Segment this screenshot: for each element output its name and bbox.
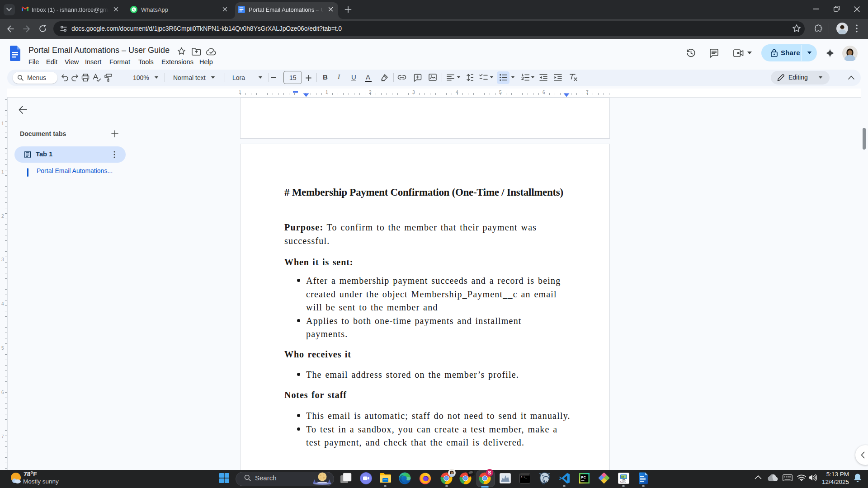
svg-text:GO: GO (621, 476, 624, 478)
svg-text:PC: PC (581, 475, 586, 479)
svg-text:C:\_: C:\_ (521, 476, 527, 479)
svg-text:TaskPro: TaskPro (620, 481, 626, 483)
